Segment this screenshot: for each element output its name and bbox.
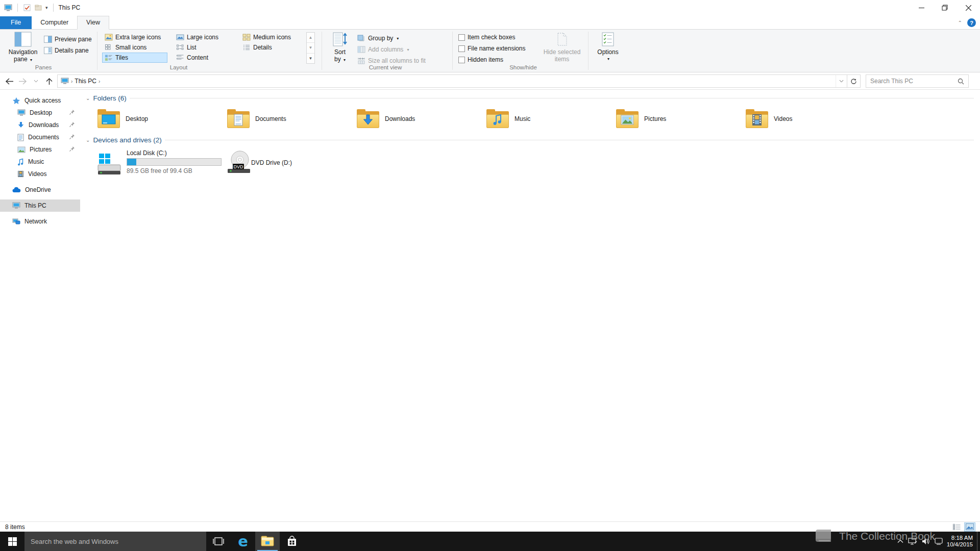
gallery-scroll-up-icon[interactable]: ▲ (307, 33, 314, 43)
network-tray-icon[interactable] (908, 538, 917, 545)
new-folder-icon[interactable] (34, 4, 42, 12)
folder-tile-pictures[interactable]: Pictures (616, 108, 742, 130)
sort-by-icon (332, 32, 348, 47)
layout-small-icons[interactable]: Small icons (102, 42, 149, 53)
taskbar-search-input[interactable]: Search the web and Windows (24, 532, 206, 551)
search-icon[interactable] (958, 78, 964, 85)
restore-button[interactable] (933, 0, 957, 15)
refresh-button[interactable] (847, 74, 861, 88)
qat-separator-2 (53, 4, 54, 12)
layout-medium-icons[interactable]: Medium icons (240, 32, 293, 42)
folders-collapse-chevron-icon[interactable]: ⌄ (86, 95, 90, 101)
recent-locations-chevron-icon[interactable] (30, 75, 42, 87)
layout-large-icons[interactable]: Large icons (174, 32, 221, 42)
sidebar-item-pictures[interactable]: Pictures (0, 143, 80, 156)
taskbar-clock[interactable]: 8:18 AM 10/4/2015 (947, 535, 977, 548)
collapse-ribbon-icon[interactable]: ⌃ (958, 20, 962, 26)
file-explorer-button[interactable] (255, 532, 280, 551)
drive-name: Local Disk (C:) (127, 149, 222, 157)
address-row: › This PC › Search This PC (0, 73, 980, 90)
hidden-icons-chevron-icon[interactable] (897, 539, 903, 543)
hide-selected-items-button[interactable]: Hide selected items (540, 32, 584, 63)
gallery-more-icon[interactable]: ▼ (307, 54, 314, 63)
action-center-icon[interactable] (935, 538, 943, 545)
edge-browser-button[interactable]: e (231, 532, 255, 551)
hidden-items-checkbox[interactable]: Hidden items (458, 55, 503, 65)
volume-tray-icon[interactable] (922, 538, 930, 545)
details-view-toggle[interactable] (951, 523, 962, 531)
large-icons-icon (176, 34, 184, 41)
tab-computer[interactable]: Computer (32, 16, 77, 29)
gallery-scroll-down-icon[interactable]: ▼ (307, 43, 314, 53)
group-by-button[interactable]: Group by▾ (357, 33, 399, 43)
sidebar-item-network[interactable]: Network (0, 215, 80, 228)
show-desktop-button[interactable] (977, 532, 980, 551)
sidebar-item-downloads[interactable]: Downloads (0, 119, 80, 131)
layout-extra-large-icons[interactable]: Extra large icons (102, 32, 163, 42)
item-check-boxes-checkbox[interactable]: Item check boxes (458, 32, 515, 42)
breadcrumb[interactable]: › This PC › (58, 75, 103, 87)
back-button[interactable] (3, 75, 15, 87)
drive-tile-dvd-d[interactable]: DVD DVD Drive (D:) (227, 149, 380, 176)
qat-customize-chevron-icon[interactable]: ▾ (45, 5, 48, 10)
address-dropdown-chevron-icon[interactable] (836, 75, 847, 87)
sidebar-item-videos[interactable]: Videos (0, 168, 80, 180)
up-button[interactable] (43, 75, 55, 87)
pictures-folder-icon (616, 109, 639, 129)
start-button[interactable] (0, 532, 24, 551)
layout-details[interactable]: Details (240, 42, 275, 53)
add-columns-button[interactable]: Add columns▾ (357, 44, 409, 55)
sidebar-item-this-pc[interactable]: This PC (0, 199, 80, 212)
file-name-extensions-checkbox[interactable]: File name extensions (458, 43, 525, 54)
folder-tile-documents[interactable]: Documents (227, 108, 353, 130)
layout-tiles[interactable]: Tiles (102, 53, 167, 63)
show-hide-group-label: Show/hide (475, 64, 572, 70)
breadcrumb-chevron-icon[interactable]: › (99, 79, 100, 84)
navigation-pane-button[interactable]: Navigation pane ▾ (5, 32, 41, 64)
layout-gallery-scrollbar[interactable]: ▲ ▼ ▼ (306, 32, 315, 64)
folder-tile-music[interactable]: Music (486, 108, 612, 130)
window-controls (910, 0, 980, 15)
details-pane-button[interactable]: Details pane (44, 45, 89, 56)
properties-check-icon[interactable] (23, 4, 31, 12)
sidebar-item-documents[interactable]: Documents (0, 131, 80, 143)
options-button[interactable]: Options ▾ (592, 32, 624, 63)
quick-access-toolbar: ▾ (0, 4, 56, 12)
sidebar-item-music[interactable]: Music (0, 156, 80, 168)
sort-by-button[interactable]: Sort by ▾ (326, 32, 354, 64)
drive-free-space: 89.5 GB free of 99.4 GB (127, 167, 222, 174)
thumbnail-view-toggle[interactable] (965, 523, 975, 531)
folder-tile-desktop[interactable]: Desktop (97, 108, 224, 130)
checkbox-icon (458, 45, 465, 52)
close-button[interactable] (957, 0, 980, 15)
group-header-line (130, 98, 974, 98)
preview-pane-button[interactable]: Preview pane (44, 34, 92, 44)
sort-by-chevron-icon: ▾ (344, 58, 346, 62)
file-list-area[interactable]: ⌄ Folders (6) Desktop Documents (80, 90, 980, 521)
folders-group-header[interactable]: ⌄ Folders (6) (86, 94, 974, 102)
sidebar-item-onedrive[interactable]: OneDrive (0, 184, 80, 196)
drives-group-header[interactable]: ⌄ Devices and drives (2) (86, 136, 974, 144)
store-button[interactable] (280, 532, 304, 551)
tab-file[interactable]: File (0, 16, 32, 29)
add-columns-icon (357, 46, 365, 53)
drives-group-title: Devices and drives (2) (93, 136, 161, 144)
layout-content[interactable]: Content (174, 53, 211, 63)
address-bar[interactable]: › This PC › (57, 74, 847, 88)
tab-view[interactable]: View (77, 16, 109, 30)
sidebar-item-desktop[interactable]: Desktop (0, 107, 80, 119)
group-header-line (165, 140, 974, 140)
help-icon[interactable]: ? (967, 18, 976, 27)
sidebar-item-quick-access[interactable]: Quick access (0, 94, 80, 107)
search-input[interactable]: Search This PC (866, 74, 969, 88)
breadcrumb-path[interactable]: This PC (75, 78, 96, 85)
pin-icon (69, 121, 75, 128)
forward-button[interactable] (16, 75, 29, 87)
folder-tile-downloads[interactable]: Downloads (356, 108, 483, 130)
task-view-button[interactable] (206, 532, 231, 551)
minimize-button[interactable] (910, 0, 933, 15)
layout-list[interactable]: List (174, 42, 199, 53)
folder-tile-videos[interactable]: Videos (745, 108, 872, 130)
options-chevron-icon: ▾ (607, 56, 609, 63)
drives-collapse-chevron-icon[interactable]: ⌄ (86, 137, 90, 143)
